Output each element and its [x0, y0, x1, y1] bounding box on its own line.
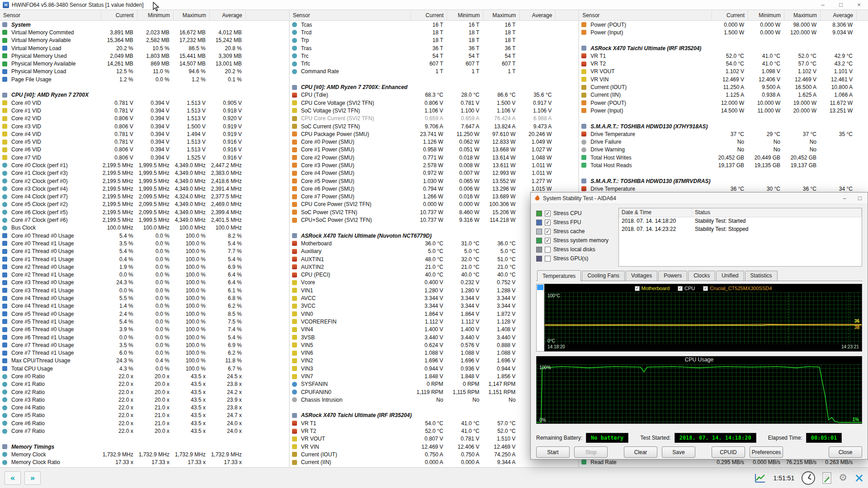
sensor-row[interactable]: Core #6 Thread #1 Usage0.0 %0.0 %100.0 %…	[0, 333, 289, 341]
sensor-row[interactable]: Power (POUT)0.000 W0.000 W98.000 W8.306 …	[579, 21, 868, 28]
sensor-row[interactable]: Core #2 Clock (perf #0)2,199.5 MHz1,999.…	[0, 177, 289, 185]
sensor-row[interactable]: Core #2 Ratio22.0 x20.0 x43.5 x24.2 x	[0, 388, 289, 396]
sensor-row[interactable]: Current (IIN)1.125 A0.938 A1.625 A1.066 …	[579, 91, 868, 99]
header-sensor[interactable]: Sensor	[0, 10, 101, 20]
back-arrows-button[interactable]: «	[5, 471, 21, 485]
header-average[interactable]: Average	[821, 10, 857, 20]
sensor-row[interactable]: Core #2 Power (SMU)0.771 W0.018 W13.614 …	[290, 154, 579, 161]
test-log-box[interactable]: Date & TimeStatus 2018. 07. 14. 14:18:20…	[618, 208, 862, 267]
log-row[interactable]: 2018. 07. 14. 14:23:22Stability Test: St…	[619, 225, 862, 234]
stress-option-stress-cache[interactable]: ✓Stress cache	[536, 227, 614, 236]
sensor-row[interactable]: Core #3 Power (SMU)2.578 W0.008 W13.611 …	[290, 161, 579, 169]
sensor-row[interactable]: Core #5 Clock (perf #2)2,199.5 MHz2,099.…	[0, 201, 289, 208]
log-row[interactable]: 2018. 07. 14. 14:18:20Stability Test: St…	[619, 217, 862, 225]
sensor-row[interactable]: Core #7 Thread #0 Usage3.5 %0.0 %100.0 %…	[0, 341, 289, 349]
sensor-row[interactable]: SoC Voltage (SVI2 TFN)1.106 V1.100 V1.10…	[290, 107, 579, 114]
stress-option-stress-local-disks[interactable]: Stress local disks	[536, 245, 614, 254]
header-current[interactable]: Current	[101, 10, 137, 20]
sensor-row[interactable]: VR T152.0 °C41.0 °C52.0 °C42.9 °C	[579, 52, 868, 60]
checkbox[interactable]	[545, 256, 551, 262]
sensor-row[interactable]: Physical Memory Load12.5 %11.0 %94.6 %20…	[0, 68, 289, 75]
tab-cooling-fans[interactable]: Cooling Fans	[582, 271, 625, 281]
close-icon[interactable]: ×	[850, 0, 868, 9]
sensor-row[interactable]: Drive Temperature37 °C29 °C37 °C35 °C	[579, 130, 868, 138]
sensor-row[interactable]: SoC Current (SVI2 TFN)9.706 A7.647 A13.8…	[290, 122, 579, 130]
checkbox[interactable]: ✓	[545, 238, 551, 244]
sensor-row[interactable]: Core #7 VID0.806 V0.394 V1.525 V0.916 V	[0, 154, 289, 161]
sensor-row[interactable]: Core #4 Thread #0 Usage5.5 %0.0 %100.0 %…	[0, 294, 289, 302]
sensor-graph-icon[interactable]	[754, 473, 766, 483]
sensor-row[interactable]: Core #0 Power (SMU)1.126 W0.062 W12.833 …	[290, 138, 579, 145]
sensor-row[interactable]: Core #7 Clock (perf #6)2,199.5 MHz1,999.…	[0, 216, 289, 224]
sensor-row[interactable]: Memory Clock Ratio17.33 x17.33 x17.33 x1…	[0, 459, 289, 466]
minimize-icon[interactable]: –	[837, 192, 852, 204]
sensor-row[interactable]: Bus Clock100.0 MHz100.0 MHz100.0 MHz100.…	[0, 224, 289, 232]
sensor-row[interactable]: Core #3 VID0.806 V0.394 V1.500 V0.919 V	[0, 122, 289, 130]
sensor-row[interactable]: Core #5 Thread #0 Usage2.4 %0.0 %100.0 %…	[0, 310, 289, 318]
forward-arrows-button[interactable]: »	[24, 471, 41, 485]
sensor-row[interactable]: Core #1 Thread #1 Usage0.4 %0.0 %100.0 %…	[0, 255, 289, 263]
sensor-row[interactable]: Core #5 Thread #1 Usage5.4 %0.0 %100.0 %…	[0, 318, 289, 325]
sensor-row[interactable]: Core #5 VID0.781 V0.394 V1.513 V0.916 V	[0, 138, 289, 145]
sensor-group-row[interactable]: Memory Timings	[0, 443, 289, 450]
header-minimum[interactable]: Minimum	[748, 10, 784, 20]
sensor-row[interactable]: Core #0 Thread #1 Usage3.5 %0.0 %100.0 %…	[0, 239, 289, 247]
sensor-row[interactable]: Current (IOUT)11.250 A9.500 A16.500 A10.…	[579, 83, 868, 91]
sensor-row[interactable]: Physical Memory Used2,049 MB1,803 MB15,4…	[0, 52, 289, 60]
header-current[interactable]: Current	[411, 10, 447, 20]
stop-button[interactable]: Stop	[574, 446, 608, 458]
header-sensor[interactable]: Sensor	[290, 10, 411, 20]
checkbox[interactable]: ✓	[545, 211, 551, 216]
sensor-row[interactable]: Core #1 Power (SMU)0.958 W0.051 W13.668 …	[290, 146, 579, 154]
tab-powers[interactable]: Powers	[658, 271, 687, 281]
stress-option-stress-system-memory[interactable]: ✓Stress system memory	[536, 236, 614, 245]
log-column-header[interactable]: Date & Time	[619, 208, 692, 217]
sensor-list-strip[interactable]	[536, 284, 544, 352]
sensor-row[interactable]: Core #1 Clock (perf #3)2,199.5 MHz1,999.…	[0, 169, 289, 177]
sensor-group-row[interactable]: S.M.A.R.T.: TOSHIBA HDWD130 (X7HY918AS)	[579, 122, 868, 130]
sensor-row[interactable]: Total Host Writes20,452 GB20,449 GB20,45…	[579, 154, 868, 161]
checkbox[interactable]: ✓	[545, 229, 551, 235]
sensor-row[interactable]: Trfc607 T607 T607 T	[290, 60, 579, 67]
sensor-row[interactable]: Power (Input)14.500 W11.000 W20.000 W13.…	[579, 107, 868, 114]
sensor-group-row[interactable]: CPU [#0]: AMD Ryzen 7 2700X	[0, 91, 289, 99]
sensor-row[interactable]: Core #3 Thread #0 Usage24.3 %0.0 %100.0 …	[0, 279, 289, 286]
close-button[interactable]: Close	[829, 446, 862, 458]
sensor-group-row[interactable]: CPU [#0]: AMD Ryzen 7 2700X: Enhanced	[290, 83, 579, 91]
tab-statistics[interactable]: Statistics	[745, 271, 778, 281]
sensor-row[interactable]: Core #0 Clock (perf #1)2,199.5 MHz1,999.…	[0, 161, 289, 169]
sensor-row[interactable]: Trp18 T18 T18 T	[290, 37, 579, 44]
sensor-row[interactable]: Core #7 Thread #1 Usage6.0 %0.0 %100.0 %…	[0, 349, 289, 357]
sensor-row[interactable]: Command Rate1 T1 T1 T	[290, 68, 579, 75]
sensor-row[interactable]: Core #4 Ratio22.0 x21.0 x43.5 x23.8 x	[0, 404, 289, 412]
sensor-row[interactable]: Core #1 Ratio22.0 x20.0 x43.5 x23.8 x	[0, 380, 289, 388]
sensor-row[interactable]: Trcd18 T18 T18 T	[290, 28, 579, 36]
close-sensors-icon[interactable]	[854, 474, 863, 483]
sensor-row[interactable]: Current (IIN)0.000 A0.000 A9.344 A	[290, 459, 579, 466]
checkbox[interactable]	[545, 247, 551, 253]
tab-clocks[interactable]: Clocks	[688, 271, 715, 281]
sensor-row[interactable]: Physical Memory Available14,261 MB869 MB…	[0, 60, 289, 67]
sensor-row[interactable]: Core #1 VID0.781 V0.394 V1.513 V0.918 V	[0, 107, 289, 114]
checkbox[interactable]: ✓	[545, 220, 551, 225]
aida-titlebar[interactable]: System Stability Test - AIDA64 – □	[531, 192, 868, 204]
sensor-row[interactable]: Core #2 Thread #1 Usage0.0 %0.0 %100.0 %…	[0, 271, 289, 279]
sensor-row[interactable]: VR T254.0 °C41.0 °C57.0 °C43.2 °C	[579, 60, 868, 67]
checkbox[interactable]: ✓	[635, 286, 640, 291]
sensor-row[interactable]: Core #4 VID0.781 V0.394 V1.494 V0.919 V	[0, 130, 289, 138]
sensor-row[interactable]: Core #6 Power (SMU)0.794 W0.006 W13.296 …	[290, 185, 579, 192]
preferences-button[interactable]: Preferences	[750, 446, 783, 458]
sensor-row[interactable]: Drive Temperature36 °C30 °C36 °C34 °C	[579, 185, 868, 192]
sensor-row[interactable]: Core #6 VID0.806 V0.394 V1.513 V0.916 V	[0, 146, 289, 154]
sensor-row[interactable]: Virtual Memory Available15,364 MB2,582 M…	[0, 37, 289, 44]
hwinfo-titlebar[interactable]: H HWiNFO64 v5.86-3480 Sensor Status [1 v…	[0, 0, 868, 10]
stress-option-stress-gpu-s-[interactable]: Stress GPU(s)	[536, 254, 614, 263]
log-column-header[interactable]: Status	[692, 208, 862, 217]
sensor-row[interactable]: VR VOUT1.102 V1.098 V1.102 V1.101 V	[579, 68, 868, 75]
header-maximum[interactable]: Maximum	[483, 10, 519, 20]
settings-gear-icon[interactable]: ⚙	[839, 473, 847, 483]
sensor-row[interactable]: Core #4 Clock (perf #7)2,199.5 MHz2,099.…	[0, 193, 289, 201]
sensor-row[interactable]: Drive WarningNoNoNo	[579, 146, 868, 154]
sensor-row[interactable]: VR VIN12.469 V12.406 V12.469 V12.461 V	[579, 75, 868, 83]
tab-temperatures[interactable]: Temperatures	[537, 270, 581, 281]
